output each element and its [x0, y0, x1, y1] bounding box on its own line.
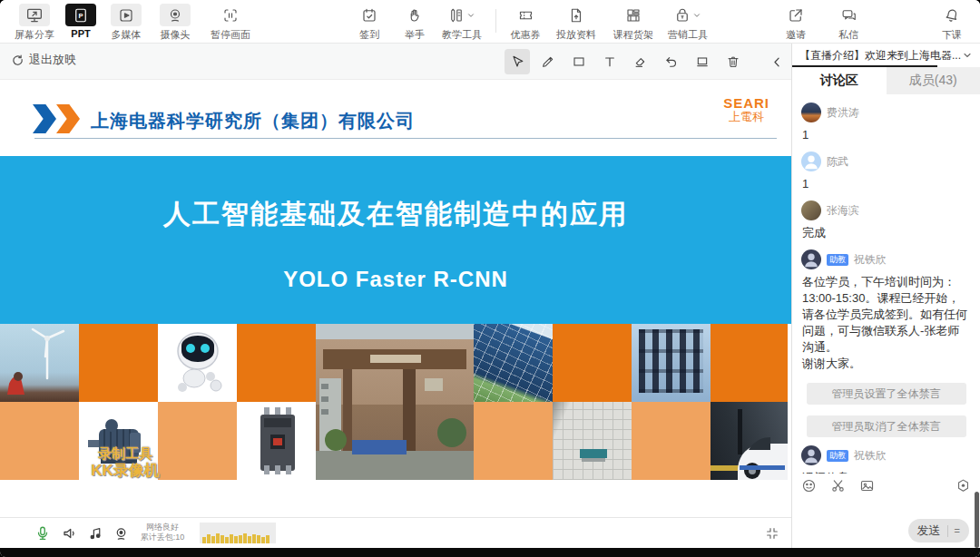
- sidebar-tabs: 讨论区 成员(43): [792, 67, 980, 94]
- svg-text:P: P: [78, 12, 83, 20]
- message-list[interactable]: 费洪涛 1 陈武 1 张海滨 完成 助教祝铁欣 各位学员，下午培训时间为：13:…: [792, 94, 980, 474]
- tab-discussion[interactable]: 讨论区: [792, 67, 887, 94]
- private-message-button[interactable]: 私信: [833, 4, 864, 42]
- send-options-toggle[interactable]: =: [955, 525, 960, 536]
- annotation-toolbar: [505, 49, 820, 74]
- chat-message: 陈武 1: [801, 151, 971, 192]
- network-sparkline: [200, 523, 276, 543]
- live-room-title-bar[interactable]: 【直播介绍】欢迎来到上海电器...: [792, 44, 980, 67]
- chevron-down-icon[interactable]: [962, 50, 973, 61]
- invite-external-icon: [788, 7, 804, 24]
- chat-message: 张海滨 完成: [801, 200, 971, 241]
- previous-slide-button[interactable]: [764, 49, 789, 74]
- marketing-tools-button[interactable]: 营销工具: [668, 4, 708, 42]
- send-button[interactable]: 发送 =: [908, 519, 969, 542]
- header-divider: [34, 138, 777, 139]
- calendar-check-icon: [361, 7, 377, 24]
- wind-turbine-photo: [0, 324, 79, 402]
- distribute-materials-button[interactable]: 投放资料: [556, 4, 596, 42]
- coupon-button[interactable]: 优惠券: [510, 4, 541, 42]
- electrical-cabinet-photo: [632, 324, 710, 402]
- speaker-button[interactable]: [60, 523, 80, 543]
- sign-in-button[interactable]: 签到: [354, 4, 385, 42]
- slide-subtitle: YOLO Faster R-CNN: [0, 267, 791, 292]
- raise-hand-icon: [407, 7, 423, 24]
- tab-members[interactable]: 成员(43): [887, 67, 980, 94]
- chevron-down-icon: [466, 11, 475, 20]
- pause-frame-button[interactable]: 暂停画面: [211, 4, 250, 42]
- pen-tool[interactable]: [535, 49, 561, 74]
- message-input[interactable]: 发送 =: [792, 497, 980, 548]
- chat-message: 费洪涛 1: [801, 103, 971, 143]
- course-shelf-icon: [625, 7, 642, 24]
- cabinet-components: [639, 329, 703, 393]
- brand-chevron-orange-icon: [56, 104, 80, 133]
- presentation-bar: 退出放映: [0, 44, 791, 80]
- assistant-badge: 助教: [827, 450, 848, 462]
- avatar: [801, 445, 821, 465]
- seari-logo: SEARI 上電科: [723, 96, 769, 123]
- multimedia-button[interactable]: 多媒体: [111, 4, 142, 42]
- recorder-watermark: 录制工具 KK录像机: [71, 445, 180, 479]
- music-button[interactable]: [85, 523, 105, 543]
- board-tool[interactable]: [690, 49, 715, 74]
- image-button[interactable]: [859, 478, 875, 493]
- eraser-tool[interactable]: [628, 49, 653, 74]
- chat-message: 助教祝铁欣 课间休息：14:12-14:22: [801, 445, 971, 474]
- system-message: 管理员设置了全体禁言: [807, 383, 966, 405]
- title-banner: 人工智能基础及在智能制造中的应用 YOLO Faster R-CNN: [0, 156, 791, 324]
- chat-message: 助教祝铁欣 各位学员，下午培训时间为：13:00-15:30。课程已经开始，请各…: [801, 249, 971, 372]
- chat-settings-button[interactable]: [956, 478, 971, 493]
- camera-button[interactable]: 摄像头: [160, 4, 191, 42]
- send-divider: [947, 525, 948, 537]
- chat-sidebar: 【直播介绍】欢迎来到上海电器... 讨论区 成员(43) 费洪涛 1 陈武 1 …: [791, 44, 980, 548]
- cursor-tool[interactable]: [505, 49, 530, 74]
- sidebar-scrollbar[interactable]: [975, 492, 979, 548]
- cut-screenshot-button[interactable]: [830, 478, 846, 493]
- avatar: [801, 249, 821, 269]
- pen-notebook-icon: [448, 7, 465, 24]
- light-orange-tile: [0, 402, 79, 480]
- teaching-tools-button[interactable]: 教学工具: [442, 4, 482, 42]
- institute-building-photo: [316, 324, 474, 480]
- media-play-icon: [118, 7, 134, 24]
- dark-orange-tile: [553, 324, 632, 402]
- emoji-button[interactable]: [801, 478, 817, 493]
- avatar: [801, 151, 821, 171]
- pause-frame-icon: [222, 7, 239, 24]
- dark-orange-tile: [710, 324, 788, 402]
- company-name: 上海电器科学研究所（集团）有限公司: [91, 109, 415, 133]
- system-message: 管理员取消了全体禁言: [807, 415, 966, 437]
- end-class-button[interactable]: 下课: [936, 4, 967, 42]
- collapse-view-button[interactable]: [762, 523, 782, 543]
- exit-slideshow-button[interactable]: 退出放映: [11, 52, 76, 68]
- document-upload-icon: [568, 7, 584, 24]
- marketing-bag-icon: [674, 7, 691, 24]
- status-bar: 网络良好 累计丢包:10: [0, 517, 791, 548]
- ppt-button[interactable]: P PPT: [65, 4, 96, 39]
- app-window: 屏幕分享 P PPT 多媒体 摄像头 暂停画面: [0, 0, 980, 557]
- avatar: [801, 200, 821, 220]
- anechoic-chamber-photo: [553, 402, 632, 480]
- clear-trash-tool[interactable]: [720, 49, 746, 74]
- dark-orange-tile: [237, 324, 316, 402]
- text-tool[interactable]: [597, 49, 622, 74]
- live-room-title: 【直播介绍】欢迎来到上海电器...: [799, 48, 962, 64]
- light-orange-tile: [632, 402, 710, 480]
- raise-hand-button[interactable]: 举手: [399, 4, 430, 42]
- robot-photo: [158, 324, 237, 402]
- microphone-button[interactable]: [33, 523, 53, 543]
- chevron-down-icon: [692, 11, 701, 20]
- slide-title: 人工智能基础及在智能制造中的应用: [0, 196, 791, 233]
- course-shelf-button[interactable]: 课程货架: [613, 4, 653, 42]
- window-bottom-edge: [0, 548, 980, 557]
- dark-orange-tile: [79, 324, 158, 402]
- class-end-bell-icon: [944, 7, 960, 24]
- screen-share-button[interactable]: 屏幕分享: [15, 4, 54, 42]
- private-message-icon: [840, 7, 858, 24]
- rectangle-tool[interactable]: [566, 49, 592, 74]
- undo-tool[interactable]: [659, 49, 684, 74]
- invite-button[interactable]: 邀请: [780, 4, 811, 42]
- assistant-badge: 助教: [827, 254, 848, 266]
- electric-car-photo: [710, 402, 788, 480]
